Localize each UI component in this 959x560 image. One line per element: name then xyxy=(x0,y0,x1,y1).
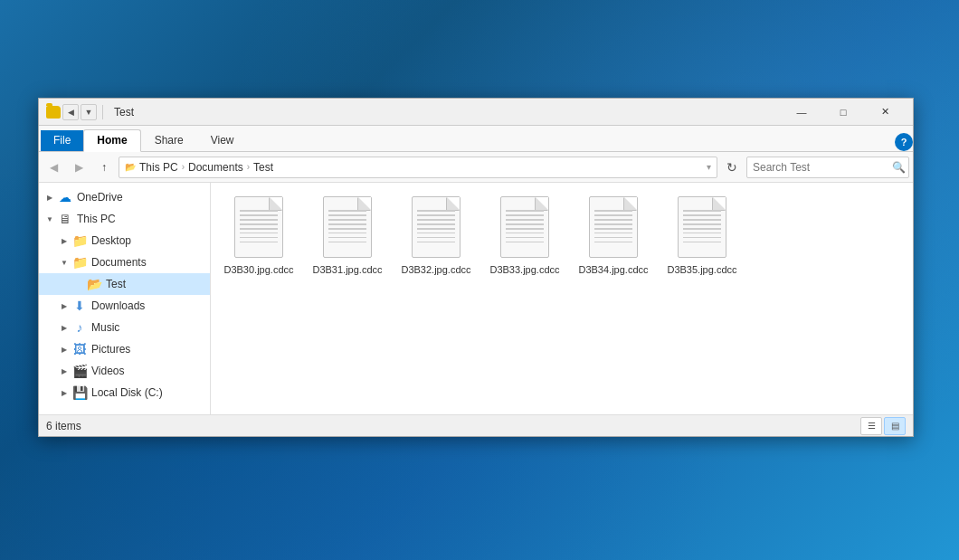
file-corner-1 xyxy=(358,197,371,210)
path-test[interactable]: Test xyxy=(253,161,273,174)
main-area: ▶ ☁ OneDrive ▼ 🖥 This PC ▶ 📁 Desktop ▼ 📁… xyxy=(39,183,913,414)
address-path[interactable]: 📂 This PC › Documents › Test ▾ xyxy=(119,157,717,178)
sidebar: ▶ ☁ OneDrive ▼ 🖥 This PC ▶ 📁 Desktop ▼ 📁… xyxy=(39,183,211,414)
file-name-2: D3B32.jpg.cdcc xyxy=(401,263,470,276)
file-name-1: D3B31.jpg.cdcc xyxy=(312,263,382,276)
tab-share[interactable]: Share xyxy=(141,129,197,151)
file-shape-4 xyxy=(589,196,638,258)
path-sep-2: › xyxy=(247,162,250,172)
quick-access-back[interactable]: ◀ xyxy=(62,104,79,120)
ribbon: File Home Share View ? xyxy=(39,126,913,152)
tab-home[interactable]: Home xyxy=(83,129,140,152)
file-shape-3 xyxy=(500,196,549,258)
sidebar-label-documents: Documents xyxy=(91,256,206,269)
close-button[interactable]: ✕ xyxy=(864,99,906,126)
folder-icon xyxy=(46,106,61,119)
view-details-button[interactable]: ☰ xyxy=(860,417,882,435)
toggle-onedrive[interactable]: ▶ xyxy=(43,186,57,208)
file-name-3: D3B33.jpg.cdcc xyxy=(489,263,559,276)
test-folder-icon: 📂 xyxy=(86,276,102,292)
file-corner-4 xyxy=(624,197,637,210)
file-icon-1 xyxy=(320,196,375,260)
window-title: Test xyxy=(114,106,781,119)
path-icon: 📂 xyxy=(125,162,136,172)
file-icon-4 xyxy=(586,196,641,260)
path-this-pc[interactable]: This PC xyxy=(139,161,178,174)
file-shape-5 xyxy=(678,196,726,258)
sidebar-item-onedrive[interactable]: ▶ ☁ OneDrive xyxy=(39,186,210,208)
nav-back-button[interactable]: ◀ xyxy=(43,157,64,178)
sidebar-item-desktop[interactable]: ▶ 📁 Desktop xyxy=(39,230,210,252)
file-icon-2 xyxy=(409,196,463,260)
title-bar: ◀ ▼ Test — □ ✕ xyxy=(39,99,913,126)
file-shape-2 xyxy=(412,196,461,258)
file-item[interactable]: D3B35.jpg.cdcc xyxy=(661,190,743,282)
sidebar-item-documents[interactable]: ▼ 📁 Documents xyxy=(39,252,210,273)
toggle-local-disk[interactable]: ▶ xyxy=(57,382,71,403)
file-name-4: D3B34.jpg.cdcc xyxy=(578,263,648,276)
sidebar-label-music: Music xyxy=(91,321,206,334)
path-sep-1: › xyxy=(182,162,185,172)
nav-up-button[interactable]: ↑ xyxy=(93,157,115,178)
file-item[interactable]: D3B30.jpg.cdcc xyxy=(218,190,299,282)
file-item[interactable]: D3B32.jpg.cdcc xyxy=(395,190,477,282)
sidebar-item-music[interactable]: ▶ ♪ Music xyxy=(39,317,210,338)
help-button[interactable]: ? xyxy=(895,133,913,151)
refresh-button[interactable]: ↻ xyxy=(721,157,743,178)
toggle-pictures[interactable]: ▶ xyxy=(57,338,71,360)
tab-file[interactable]: File xyxy=(41,130,83,151)
view-icons-button[interactable]: ▤ xyxy=(884,417,906,435)
path-dropdown-icon[interactable]: ▾ xyxy=(707,162,711,172)
maximize-button[interactable]: □ xyxy=(822,99,864,126)
title-separator xyxy=(102,105,103,119)
search-box[interactable]: 🔍 xyxy=(746,157,909,178)
file-corner-0 xyxy=(270,197,282,210)
sidebar-label-local-disk: Local Disk (C:) xyxy=(91,386,206,399)
sidebar-label-this-pc: This PC xyxy=(77,213,206,225)
file-area: D3B30.jpg.cdcc D3B31.jpg.cdcc D3B32.jpg.… xyxy=(211,183,913,414)
sidebar-label-test: Test xyxy=(106,278,206,290)
sidebar-item-local-disk[interactable]: ▶ 💾 Local Disk (C:) xyxy=(39,382,210,403)
path-documents[interactable]: Documents xyxy=(188,161,243,174)
toggle-music[interactable]: ▶ xyxy=(57,317,71,338)
sidebar-item-downloads[interactable]: ▶ ⬇ Downloads xyxy=(39,295,210,317)
toggle-videos[interactable]: ▶ xyxy=(57,360,71,382)
item-count: 6 items xyxy=(46,420,81,432)
file-icon-5 xyxy=(675,196,729,260)
sidebar-label-pictures: Pictures xyxy=(91,343,206,356)
documents-icon: 📁 xyxy=(71,254,88,271)
file-item[interactable]: D3B33.jpg.cdcc xyxy=(484,190,565,282)
sidebar-label-onedrive: OneDrive xyxy=(77,191,206,204)
toggle-downloads[interactable]: ▶ xyxy=(57,295,71,317)
quick-access-forward[interactable]: ▼ xyxy=(81,104,97,120)
explorer-window: ◀ ▼ Test — □ ✕ File Home Share View ? ◀ … xyxy=(38,98,914,437)
music-icon: ♪ xyxy=(71,319,88,336)
sidebar-item-videos[interactable]: ▶ 🎬 Videos xyxy=(39,360,210,382)
file-name-5: D3B35.jpg.cdcc xyxy=(667,263,736,276)
toggle-desktop[interactable]: ▶ xyxy=(57,230,71,252)
toggle-documents[interactable]: ▼ xyxy=(57,252,71,273)
sidebar-item-test[interactable]: ▶ 📂 Test xyxy=(39,273,210,295)
file-name-0: D3B30.jpg.cdcc xyxy=(223,263,293,276)
search-input[interactable] xyxy=(753,161,888,174)
sidebar-item-pictures[interactable]: ▶ 🖼 Pictures xyxy=(39,338,210,360)
nav-forward-button[interactable]: ▶ xyxy=(68,157,90,178)
search-icon: 🔍 xyxy=(892,161,906,174)
desktop-icon: 📁 xyxy=(71,233,88,249)
file-shape-0 xyxy=(234,196,283,258)
minimize-button[interactable]: — xyxy=(781,99,822,126)
file-icon-3 xyxy=(498,196,552,260)
pc-icon: 🖥 xyxy=(57,211,73,227)
address-bar: ◀ ▶ ↑ 📂 This PC › Documents › Test ▾ ↻ 🔍 xyxy=(39,152,913,183)
toggle-this-pc[interactable]: ▼ xyxy=(43,208,57,230)
onedrive-icon: ☁ xyxy=(57,189,73,205)
file-item[interactable]: D3B31.jpg.cdcc xyxy=(307,190,388,282)
sidebar-label-downloads: Downloads xyxy=(91,299,206,312)
status-bar: 6 items ☰ ▤ xyxy=(39,414,913,436)
file-item[interactable]: D3B34.jpg.cdcc xyxy=(573,190,654,282)
title-bar-icons: ◀ ▼ xyxy=(46,104,107,120)
tab-view[interactable]: View xyxy=(197,129,248,151)
sidebar-item-this-pc[interactable]: ▼ 🖥 This PC xyxy=(39,208,210,230)
file-shape-1 xyxy=(323,196,372,258)
videos-icon: 🎬 xyxy=(71,363,88,379)
